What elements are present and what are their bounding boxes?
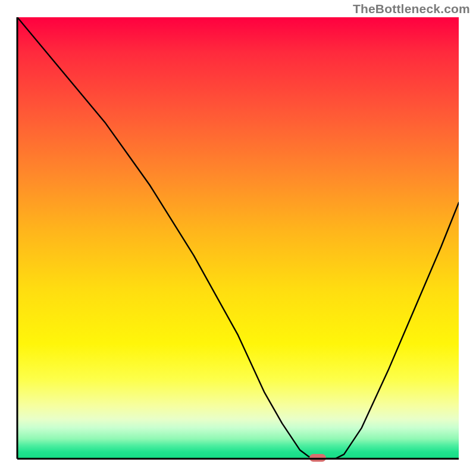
watermark: TheBottleneck.com [353,2,470,15]
plot-background-gradient [17,17,459,459]
chart-container: TheBottleneck.com [0,0,476,476]
